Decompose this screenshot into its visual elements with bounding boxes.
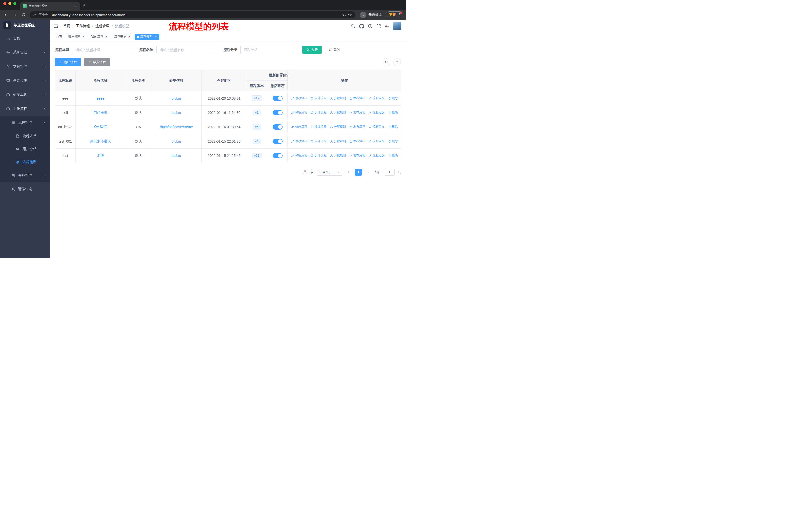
goto-page-input[interactable] <box>384 168 395 175</box>
action-design-process[interactable]: 设计流程 <box>311 139 326 143</box>
import-process-button[interactable]: 导入流程 <box>84 58 110 66</box>
next-page-button[interactable] <box>365 169 372 175</box>
font-size-icon[interactable] <box>385 24 389 28</box>
action-assign-rule[interactable]: 分配规则 <box>330 125 346 129</box>
browser-tab[interactable]: 芋道管理系统 × <box>20 1 80 10</box>
reset-button[interactable]: 重置 <box>325 46 344 54</box>
action-modify-process[interactable]: 修改流程 <box>291 125 307 129</box>
action-process-definition[interactable]: 流程定义 <box>369 110 385 115</box>
action-assign-rule[interactable]: 分配规则 <box>330 139 346 143</box>
action-assign-rule[interactable]: 分配规则 <box>330 96 346 100</box>
action-delete[interactable]: 删除 <box>388 110 398 115</box>
action-process-definition[interactable]: 流程定义 <box>369 139 385 143</box>
prev-page-button[interactable] <box>345 169 352 175</box>
sidebar-item-system-management[interactable]: 系统管理 <box>0 45 50 59</box>
form-info-link[interactable]: biubiu <box>172 111 181 115</box>
process-name-link[interactable]: 测试多审批人 <box>90 139 111 143</box>
action-process-definition[interactable]: 流程定义 <box>369 154 385 158</box>
active-toggle[interactable] <box>272 125 283 130</box>
sidebar-item-process-model[interactable]: 流程模型 <box>0 156 50 169</box>
action-delete[interactable]: 删除 <box>388 96 398 100</box>
sidebar-item-task-management[interactable]: 任务管理 <box>0 169 50 183</box>
sidebar-item-infrastructure[interactable]: 基础设施 <box>0 74 50 88</box>
sidebar-item-dev-tools[interactable]: 研发工具 <box>0 88 50 102</box>
sidebar-toggle-icon[interactable] <box>54 23 59 29</box>
user-avatar[interactable] <box>393 22 402 30</box>
sidebar-item-payment-management[interactable]: ¥ 支付管理 <box>0 59 50 74</box>
breadcrumb-item-workflow[interactable]: 工作流程 <box>76 24 90 28</box>
action-publish-process[interactable]: 发布流程 <box>349 154 365 158</box>
action-assign-rule[interactable]: 分配规则 <box>330 110 346 115</box>
active-toggle[interactable] <box>272 139 283 144</box>
app-logo[interactable]: 芋道管理系统 <box>0 20 50 31</box>
action-delete[interactable]: 删除 <box>388 154 398 158</box>
page-size-select[interactable]: 10条/页 <box>317 168 342 175</box>
action-delete[interactable]: 删除 <box>388 125 398 129</box>
tag-my-process[interactable]: 我的流程 × <box>89 33 110 40</box>
action-design-process[interactable]: 设计流程 <box>311 154 326 158</box>
page-number-1[interactable]: 1 <box>355 168 362 175</box>
action-modify-process[interactable]: 修改流程 <box>291 139 307 143</box>
sidebar-item-leave-query[interactable]: 请假查询 <box>0 183 50 196</box>
action-design-process[interactable]: 设计流程 <box>311 96 326 100</box>
category-select[interactable]: 流程分类 <box>240 46 299 54</box>
sidebar-item-workflow[interactable]: 工作流程 <box>0 102 50 116</box>
action-publish-process[interactable]: 发布流程 <box>349 139 365 143</box>
search-button[interactable]: 搜索 <box>302 46 322 54</box>
new-tab-button[interactable]: + <box>83 2 86 8</box>
active-toggle[interactable] <box>272 96 283 101</box>
sidebar-item-process-management[interactable]: 流程管理 <box>0 116 50 130</box>
github-icon[interactable] <box>359 24 364 29</box>
search-icon[interactable] <box>351 24 355 28</box>
bookmark-star-icon[interactable] <box>348 13 352 17</box>
breadcrumb-item-process-management[interactable]: 流程管理 <box>95 24 110 28</box>
process-name-link[interactable]: eeee <box>97 96 105 100</box>
active-toggle[interactable] <box>272 153 283 158</box>
back-button[interactable] <box>2 11 10 19</box>
action-assign-rule[interactable]: 分配规则 <box>330 154 346 158</box>
action-publish-process[interactable]: 发布流程 <box>349 110 365 115</box>
help-icon[interactable] <box>368 24 373 28</box>
form-info-link[interactable]: biubiu <box>172 96 181 100</box>
zoom-window-button[interactable] <box>13 2 17 5</box>
password-key-icon[interactable] <box>342 13 346 17</box>
reload-button[interactable] <box>20 11 27 19</box>
refresh-table-button[interactable] <box>394 58 401 66</box>
action-delete[interactable]: 删除 <box>388 139 398 143</box>
active-toggle[interactable] <box>272 110 283 115</box>
action-design-process[interactable]: 设计流程 <box>311 125 326 129</box>
form-info-link[interactable]: /bpm/oa/leave/create <box>160 125 193 129</box>
tag-close-icon[interactable]: × <box>105 35 108 38</box>
action-modify-process[interactable]: 修改流程 <box>291 96 307 100</box>
action-publish-process[interactable]: 发布流程 <box>349 96 365 100</box>
toggle-search-button[interactable] <box>383 58 390 66</box>
action-design-process[interactable]: 设计流程 <box>311 110 326 115</box>
minimize-window-button[interactable] <box>8 2 11 5</box>
action-modify-process[interactable]: 修改流程 <box>291 110 307 115</box>
tag-close-icon[interactable]: × <box>127 35 131 38</box>
form-info-link[interactable]: biubiu <box>172 154 181 158</box>
incognito-indicator[interactable]: 无痕模式 <box>358 11 384 18</box>
tag-close-icon[interactable]: × <box>82 35 85 38</box>
tag-close-icon[interactable]: × <box>153 35 157 38</box>
tag-tenant-management[interactable]: 租户管理 × <box>66 33 87 40</box>
process-name-input[interactable] <box>156 46 215 54</box>
form-info-link[interactable]: biubiu <box>172 139 181 143</box>
action-process-definition[interactable]: 流程定义 <box>369 125 385 129</box>
forward-button[interactable] <box>11 11 19 19</box>
breadcrumb-item-home[interactable]: 首页 <box>63 24 70 28</box>
process-name-link[interactable]: OA 请假 <box>94 125 107 129</box>
browser-menu-icon[interactable] <box>397 12 402 18</box>
action-publish-process[interactable]: 发布流程 <box>349 125 365 129</box>
tag-home[interactable]: 首页 <box>54 33 64 40</box>
action-modify-process[interactable]: 修改流程 <box>291 154 307 158</box>
close-window-button[interactable] <box>3 2 6 5</box>
process-name-link[interactable]: 自己审批 <box>94 110 108 114</box>
tag-process-model[interactable]: 流程模型 × <box>135 33 159 40</box>
fullscreen-icon[interactable] <box>376 24 381 28</box>
process-key-input[interactable] <box>72 46 131 54</box>
sidebar-item-process-form[interactable]: 流程表单 <box>0 130 50 143</box>
sidebar-item-home[interactable]: 首页 <box>0 31 50 45</box>
create-process-button[interactable]: 新建流程 <box>55 58 81 66</box>
tag-process-form[interactable]: 流程表单 × <box>112 33 133 40</box>
